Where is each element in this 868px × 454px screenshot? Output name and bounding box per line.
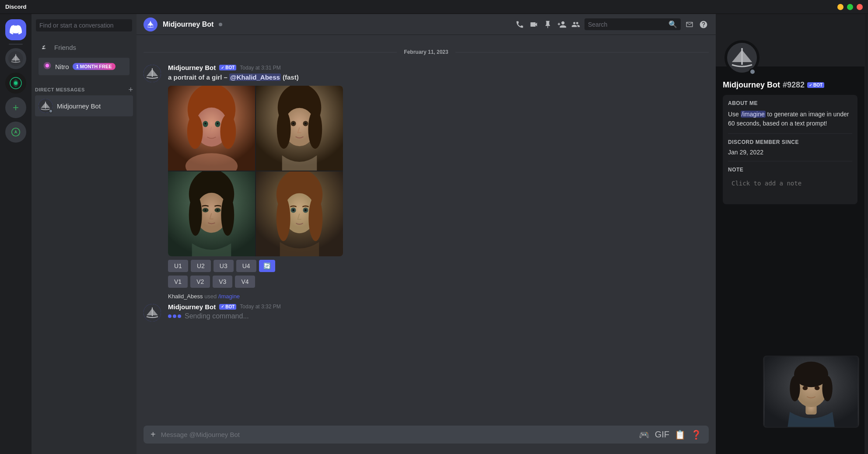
- variation-3-button[interactable]: V3: [213, 276, 232, 288]
- bot-badge-2: ✓ BOT: [219, 304, 236, 310]
- pin-button[interactable]: [542, 19, 553, 30]
- emoji-button[interactable]: 🎮: [639, 430, 650, 440]
- scrollbar[interactable]: [864, 14, 868, 454]
- svg-point-16: [187, 114, 203, 149]
- gif-button[interactable]: GIF: [655, 430, 669, 440]
- attach-button[interactable]: +: [150, 430, 156, 440]
- portrait-image-2[interactable]: [256, 86, 343, 171]
- image-grid[interactable]: [168, 86, 343, 256]
- svg-point-44: [276, 196, 290, 241]
- help-button[interactable]: [698, 19, 709, 30]
- svg-point-2: [14, 81, 18, 85]
- friends-label: Friends: [54, 44, 76, 51]
- svg-point-45: [308, 196, 322, 241]
- about-me-title: ABOUT ME: [728, 100, 852, 106]
- message-text-1: a portrait of a girl – @Khalid_Abess (fa…: [168, 73, 709, 82]
- svg-point-56: [815, 386, 820, 390]
- note-input[interactable]: [728, 176, 852, 197]
- profile-details-box: ABOUT ME Use /imagine to generate an ima…: [723, 95, 858, 204]
- member-list-button[interactable]: [570, 19, 581, 30]
- midjourney-bot-name: Midjourney Bot: [57, 102, 101, 110]
- message-avatar-2: [144, 304, 161, 321]
- dm-user-midjourney-bot[interactable]: Midjourney Bot: [35, 95, 133, 116]
- message-content-2: Midjourney Bot ✓ BOT Today at 3:32 PM: [168, 303, 709, 321]
- portrait-image-4[interactable]: [256, 171, 343, 256]
- friends-icon: [38, 42, 49, 52]
- sending-message: Sending command...: [168, 312, 709, 320]
- direct-messages-header: DIRECT MESSAGES +: [32, 79, 136, 95]
- upscale-3-button[interactable]: U3: [214, 260, 234, 272]
- sticker-button[interactable]: 📋: [675, 430, 686, 440]
- new-dm-button[interactable]: +: [128, 86, 133, 94]
- upscale-4-button[interactable]: U4: [236, 260, 256, 272]
- video-button[interactable]: [528, 19, 539, 30]
- svg-marker-4: [14, 130, 17, 134]
- svg-point-15: [217, 122, 218, 124]
- friends-nav-item[interactable]: Friends: [35, 38, 133, 56]
- svg-point-24: [293, 122, 294, 124]
- refresh-button[interactable]: 🔄: [259, 260, 275, 272]
- add-friend-button[interactable]: [556, 19, 567, 30]
- profile-name: Midjourney Bot: [723, 80, 780, 90]
- mention-khalid[interactable]: @Khalid_Abess: [229, 73, 281, 81]
- profile-banner: [716, 14, 864, 66]
- about-me-text: Use /imagine to generate an image in und…: [728, 110, 852, 128]
- upscale-2-button[interactable]: U2: [191, 260, 211, 272]
- call-button[interactable]: [514, 19, 525, 30]
- send-button[interactable]: ❓: [691, 430, 702, 440]
- search-box: 🔍: [584, 18, 681, 30]
- profile-divider-1: [728, 133, 852, 134]
- chat-header-actions: 🔍: [514, 18, 709, 30]
- portrait-image-1[interactable]: [168, 86, 255, 171]
- portrait-image-3[interactable]: [168, 171, 255, 256]
- nitro-badge: 1 MONTH FREE: [73, 63, 116, 70]
- command-name[interactable]: /imagine: [218, 293, 240, 300]
- scrollbar-thumb[interactable]: [865, 14, 867, 279]
- upscale-1-button[interactable]: U1: [168, 260, 188, 272]
- message-timestamp-2: Today at 3:32 PM: [240, 304, 280, 310]
- imagine-command-highlight[interactable]: /imagine: [741, 111, 766, 118]
- variation-2-button[interactable]: V2: [190, 276, 210, 288]
- sending-text: Sending command...: [185, 312, 249, 320]
- chat-input-box: + 🎮 GIF 📋 ❓: [144, 426, 709, 444]
- svg-point-42: [292, 209, 294, 211]
- profile-info: Midjourney Bot #9282 ✓ BOT ABOUT ME Use …: [716, 66, 864, 211]
- maximize-button[interactable]: [847, 4, 853, 10]
- message-avatar-1: [144, 65, 161, 82]
- profile-online-dot: [749, 68, 756, 75]
- search-input[interactable]: [588, 21, 666, 28]
- command-user: Khalid_Abess: [168, 293, 203, 300]
- svg-point-6: [46, 64, 49, 67]
- variation-1-button[interactable]: V1: [168, 276, 188, 288]
- chat-messages: February 11, 2023 Midjourney Bot: [136, 35, 716, 426]
- typing-dots: [168, 314, 181, 318]
- discord-home-button[interactable]: [5, 19, 26, 40]
- variation-4-button[interactable]: V4: [235, 276, 255, 288]
- typing-dot-1: [168, 314, 172, 318]
- titlebar-title: Discord: [5, 3, 26, 10]
- profile-divider-2: [728, 161, 852, 161]
- add-server-button[interactable]: +: [5, 97, 26, 118]
- dm-search-bar: [32, 14, 136, 37]
- svg-point-17: [220, 114, 236, 149]
- find-conversation-input[interactable]: [36, 19, 132, 31]
- note-title: NOTE: [728, 167, 852, 173]
- svg-point-43: [304, 209, 307, 211]
- server-icon-ai[interactable]: [5, 73, 26, 94]
- server-icon-boat[interactable]: [5, 48, 26, 69]
- svg-point-35: [189, 194, 202, 236]
- explore-servers-button[interactable]: [5, 122, 26, 143]
- message-author-2: Midjourney Bot: [168, 303, 216, 311]
- dm-nav-items: Friends Nitro 1 MONTH FREE: [32, 37, 136, 79]
- minimize-button[interactable]: [837, 4, 844, 10]
- typing-dot-2: [173, 314, 176, 318]
- message-input[interactable]: [161, 426, 634, 444]
- profile-bot-badge: ✓ BOT: [807, 82, 824, 88]
- nitro-nav-item[interactable]: Nitro 1 MONTH FREE: [38, 58, 130, 75]
- inbox-button[interactable]: [684, 19, 695, 30]
- message-header-1: Midjourney Bot ✓ BOT Today at 3:31 PM: [168, 64, 709, 71]
- close-button[interactable]: [857, 4, 863, 10]
- upscale-buttons-row: U1 U2 U3 U4 🔄: [168, 260, 709, 272]
- svg-point-25: [304, 122, 306, 124]
- member-since-date: Jan 29, 2022: [728, 149, 852, 156]
